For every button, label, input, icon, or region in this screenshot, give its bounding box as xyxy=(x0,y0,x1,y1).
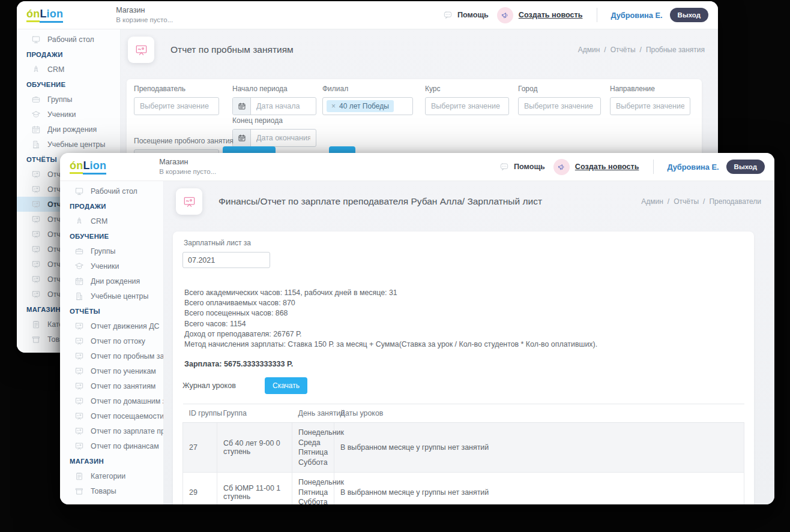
store-label: Магазин xyxy=(159,157,216,167)
breadcrumb-separator: / xyxy=(668,197,669,206)
onlion-logo[interactable]: ónLion xyxy=(26,8,63,23)
onlion-logo[interactable]: ónLion xyxy=(70,160,106,175)
megaphone-icon[interactable] xyxy=(553,159,570,175)
sidebar-section-shop: МАГАЗИН xyxy=(60,453,163,468)
teacher-select-input[interactable] xyxy=(134,102,219,110)
breadcrumb-reports[interactable]: Отчёты xyxy=(611,46,636,54)
sidebar-item-report-cashflow[interactable]: Отчет движения ДС xyxy=(60,318,163,333)
table-row: 27 Сб 40 лет 9-00 0 ступень Понедельник … xyxy=(183,423,744,473)
stat-line: Всего академических часов: 1154, рабочих… xyxy=(184,288,744,298)
breadcrumb-current: Пробные занятия xyxy=(646,46,705,54)
sidebar-item-birthdays[interactable]: Дни рождения xyxy=(17,122,120,137)
stat-line: Всего оплачиваемых часов: 870 xyxy=(184,298,744,308)
sidebar: Рабочий стол ПРОДАЖИ CRM ОБУЧЕНИЕ Группы… xyxy=(60,181,164,504)
report-monitor-icon xyxy=(74,336,84,346)
salary-total: Зарплата: 5675.3333333333 Р. xyxy=(184,360,744,368)
report-monitor-icon xyxy=(74,426,84,436)
cart-status: В корзине пусто... xyxy=(116,16,173,25)
direction-select-input[interactable] xyxy=(611,102,690,110)
download-button[interactable]: Скачать xyxy=(265,377,307,394)
sidebar-item-report-salary[interactable]: Отчет по зарплате преподавателей xyxy=(60,423,163,438)
stat-line: Доход от преподавателя: 26767 Р. xyxy=(184,329,744,339)
cart-status: В корзине пусто... xyxy=(159,167,216,176)
sidebar-item-products[interactable]: Товары xyxy=(60,483,163,498)
help-label[interactable]: Помощь xyxy=(457,11,489,19)
help-chat-icon[interactable] xyxy=(499,162,509,172)
report-monitor-icon xyxy=(31,200,41,209)
filter-period-start: Начало периода xyxy=(232,85,316,115)
sidebar-item-report-churn[interactable]: Отчет по оттоку xyxy=(60,333,163,348)
create-news-link[interactable]: Создать новость xyxy=(575,163,639,171)
cell-dates: В выбранном месяце у группы нет занятий xyxy=(334,423,744,473)
sidebar-section-sales: ПРОДАЖИ xyxy=(17,47,120,62)
graduation-cap-icon xyxy=(74,262,84,271)
graduation-cap-icon xyxy=(31,110,41,119)
sidebar-item-report-finance[interactable]: Отчет по финансам xyxy=(60,438,163,453)
rocket-icon xyxy=(74,217,84,226)
megaphone-icon[interactable] xyxy=(497,7,513,23)
sidebar-item-desktop[interactable]: Рабочий стол xyxy=(17,32,120,47)
divider xyxy=(597,8,597,22)
col-group-id: ID группы xyxy=(183,404,217,423)
breadcrumb-reports[interactable]: Отчёты xyxy=(674,197,699,206)
stat-line: Метод начисления зарплаты: Ставка 150 Р.… xyxy=(184,339,744,350)
sidebar-item-report-lessons[interactable]: Отчет по занятиям xyxy=(60,378,163,393)
filter-direction: Направление xyxy=(610,85,690,115)
help-chat-icon[interactable] xyxy=(443,10,453,20)
sidebar-item-crm[interactable]: CRM xyxy=(60,214,163,229)
course-select-input[interactable] xyxy=(426,102,508,110)
sidebar-item-birthdays[interactable]: Дни рождения xyxy=(60,273,163,288)
sidebar-item-categories[interactable]: Категории xyxy=(60,468,163,483)
report-monitor-icon xyxy=(31,260,41,269)
sidebar-item-centers[interactable]: Учебные центры xyxy=(60,288,163,303)
logout-button[interactable]: Выход xyxy=(726,160,765,174)
sidebar-item-report-trial[interactable]: Отчет по пробным занятиям xyxy=(60,348,163,363)
clipboard-icon xyxy=(31,320,41,329)
sidebar-item-groups[interactable]: Группы xyxy=(17,92,120,107)
sidebar-item-students[interactable]: Ученики xyxy=(60,259,163,273)
briefcase-icon xyxy=(74,247,84,256)
filter-city: Город xyxy=(518,85,601,115)
user-name[interactable]: Дубровина Е. xyxy=(611,11,662,20)
sidebar-item-report-students[interactable]: Отчет по ученикам xyxy=(60,363,163,378)
building-icon xyxy=(31,140,41,149)
breadcrumb-admin[interactable]: Админ xyxy=(578,46,600,54)
payslip-period-input[interactable] xyxy=(182,252,270,268)
breadcrumb-separator: / xyxy=(703,197,705,206)
report-monitor-icon xyxy=(74,351,84,361)
calendar-icon[interactable] xyxy=(233,130,251,146)
start-date-input[interactable] xyxy=(251,102,316,110)
end-date-input[interactable] xyxy=(251,134,316,142)
logout-button[interactable]: Выход xyxy=(670,8,708,22)
breadcrumb: Админ / Отчёты / Пробные занятия xyxy=(578,46,705,54)
branch-select[interactable]: ×40 лет Победы xyxy=(322,97,413,115)
sidebar-item-crm[interactable]: CRM xyxy=(17,62,120,77)
help-label[interactable]: Помощь xyxy=(514,163,545,171)
calendar-icon[interactable] xyxy=(233,98,251,115)
sidebar-item-groups[interactable]: Группы xyxy=(60,244,163,259)
table-header-row: ID группы Группа День занятий Даты уроко… xyxy=(183,404,744,423)
report-monitor-icon xyxy=(31,170,41,179)
sidebar-item-report-homework[interactable]: Отчет по домашним заданиям xyxy=(60,393,163,408)
sidebar-item-centers[interactable]: Учебные центры xyxy=(17,137,120,152)
sidebar-item-report-attendance[interactable]: Отчет посещаемости и оплат xyxy=(60,408,163,423)
filter-branch: Филиал ×40 лет Победы xyxy=(322,85,413,115)
sidebar-item-students[interactable]: Ученики xyxy=(17,107,120,122)
payslip-card: Зарплатный лист за Всего академических ч… xyxy=(173,232,754,504)
top-bar: ónLion Магазин В корзине пусто... Помощь… xyxy=(17,1,718,29)
create-news-link[interactable]: Создать новость xyxy=(519,11,583,19)
breadcrumb-admin[interactable]: Админ xyxy=(641,197,663,206)
breadcrumb-separator: / xyxy=(640,46,642,54)
page-monitor-icon xyxy=(176,188,202,215)
sidebar-item-desktop[interactable]: Рабочий стол xyxy=(60,184,163,199)
user-name[interactable]: Дубровина Е. xyxy=(667,163,719,172)
branch-chip[interactable]: ×40 лет Победы xyxy=(327,100,394,112)
city-select-input[interactable] xyxy=(519,102,600,110)
filter-period-end: Конец периода xyxy=(232,116,316,147)
groups-table: ID группы Группа День занятий Даты уроко… xyxy=(182,404,744,504)
stat-line: Всего часов: 1154 xyxy=(184,319,744,329)
report-monitor-icon xyxy=(74,321,84,331)
sidebar-section-education: ОБУЧЕНИЕ xyxy=(60,229,163,244)
box-icon xyxy=(31,335,41,344)
chip-remove-icon[interactable]: × xyxy=(331,102,336,110)
